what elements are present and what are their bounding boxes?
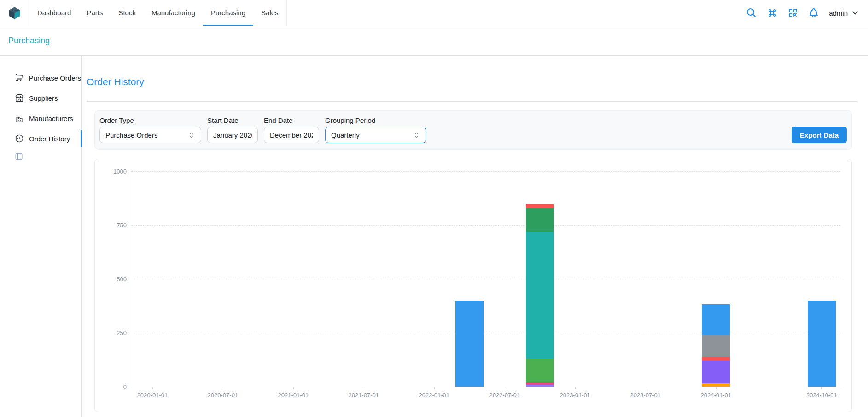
bar-segment bbox=[702, 335, 730, 357]
order-type-label: Order Type bbox=[99, 116, 201, 124]
bar-segment bbox=[702, 357, 730, 361]
bar-segment bbox=[526, 204, 554, 208]
start-date-input[interactable] bbox=[207, 127, 258, 143]
end-date-field: End Date bbox=[264, 116, 319, 143]
export-data-button[interactable]: Export Data bbox=[792, 127, 847, 143]
tab-purchasing[interactable]: Purchasing bbox=[203, 0, 253, 26]
sidebar: Purchase Orders Suppliers Manufacturers … bbox=[0, 56, 82, 417]
bar-segment bbox=[702, 383, 730, 387]
sidebar-item-label: Order History bbox=[29, 135, 70, 143]
tab-parts[interactable]: Parts bbox=[79, 0, 111, 26]
sidebar-item-label: Manufacturers bbox=[29, 115, 73, 122]
order-type-field: Order Type Purchase Orders bbox=[99, 116, 201, 143]
grouping-period-label: Grouping Period bbox=[325, 116, 426, 124]
sidebar-item-manufacturers[interactable]: Manufacturers bbox=[0, 108, 81, 128]
sidebar-item-purchase-orders[interactable]: Purchase Orders bbox=[0, 68, 81, 88]
x-axis-tick-label: 2021-01-01 bbox=[278, 392, 309, 399]
chart-gridline bbox=[131, 279, 840, 279]
tab-stock[interactable]: Stock bbox=[111, 0, 144, 26]
content-area: Purchase Orders Suppliers Manufacturers … bbox=[0, 56, 868, 417]
sidebar-item-label: Suppliers bbox=[29, 94, 58, 102]
top-navbar: Dashboard Parts Stock Manufacturing Purc… bbox=[0, 0, 868, 26]
bar-segment bbox=[526, 359, 554, 382]
bar-segment bbox=[526, 208, 554, 232]
breadcrumb-purchasing[interactable]: Purchasing bbox=[8, 36, 50, 46]
chevron-down-icon bbox=[851, 8, 860, 17]
x-axis-tick-mark bbox=[364, 387, 364, 389]
sidebar-item-label: Purchase Orders bbox=[29, 74, 81, 82]
bar-segment bbox=[702, 304, 730, 335]
page-title: Order History bbox=[87, 76, 857, 87]
x-axis-tick-mark bbox=[716, 387, 717, 389]
chart-gridline bbox=[131, 171, 840, 172]
bell-icon[interactable] bbox=[808, 7, 819, 18]
history-icon bbox=[15, 134, 24, 143]
bar-segment bbox=[702, 361, 730, 383]
breadcrumb-bar: Purchasing bbox=[0, 26, 868, 56]
x-axis-tick-label: 2022-07-01 bbox=[489, 392, 520, 399]
y-axis-tick-label: 750 bbox=[117, 222, 127, 229]
search-icon[interactable] bbox=[746, 7, 757, 18]
tab-dashboard[interactable]: Dashboard bbox=[29, 0, 79, 26]
x-axis-tick-mark bbox=[821, 387, 822, 389]
chart-bar-2024-10-01[interactable] bbox=[808, 301, 836, 387]
x-axis-tick-mark bbox=[575, 387, 576, 389]
sidebar-item-suppliers[interactable]: Suppliers bbox=[0, 88, 81, 108]
navbar-divider bbox=[286, 0, 287, 26]
grouping-period-select[interactable]: Quarterly bbox=[325, 127, 426, 143]
y-axis-tick-label: 0 bbox=[123, 383, 127, 390]
y-axis-tick-label: 500 bbox=[117, 276, 127, 283]
x-axis-tick-mark bbox=[505, 387, 505, 389]
chart-bar-2022-10-01[interactable] bbox=[526, 204, 554, 387]
grouping-period-field: Grouping Period Quarterly bbox=[325, 116, 426, 143]
sidebar-item-order-history[interactable]: Order History bbox=[0, 128, 81, 149]
x-axis-tick-mark bbox=[293, 387, 294, 389]
x-axis-tick-label: 2023-07-01 bbox=[630, 392, 661, 399]
x-axis-tick-mark bbox=[646, 387, 646, 389]
y-axis-tick-label: 250 bbox=[117, 330, 127, 336]
grouping-period-value: Quarterly bbox=[331, 131, 360, 139]
filter-panel: Order Type Purchase Orders Start Date En… bbox=[94, 110, 852, 150]
x-axis-tick-label: 2023-01-01 bbox=[560, 392, 591, 399]
end-date-input[interactable] bbox=[264, 127, 319, 143]
bar-segment bbox=[526, 385, 554, 387]
main-panel: Order History Order Type Purchase Orders… bbox=[82, 56, 868, 417]
chart-bar-2022-04-01[interactable] bbox=[455, 301, 484, 387]
qr-scan-icon[interactable] bbox=[787, 7, 798, 18]
chart-gridline bbox=[131, 225, 840, 226]
user-menu[interactable]: admin bbox=[829, 8, 860, 17]
username-label: admin bbox=[829, 9, 848, 17]
start-date-field: Start Date bbox=[207, 116, 258, 143]
bar-segment bbox=[526, 232, 554, 359]
x-axis-tick-label: 2024-01-01 bbox=[700, 392, 731, 399]
y-axis-tick-label: 1000 bbox=[113, 168, 127, 175]
end-date-label: End Date bbox=[264, 116, 319, 124]
command-icon[interactable] bbox=[767, 7, 778, 18]
app-logo-icon[interactable] bbox=[7, 6, 22, 20]
x-axis-tick-label: 2020-07-01 bbox=[208, 392, 239, 399]
shopping-cart-icon bbox=[15, 73, 24, 82]
building-store-icon bbox=[15, 93, 24, 103]
chart-bar-2024-01-01[interactable] bbox=[702, 304, 730, 387]
x-axis-tick-label: 2020-01-01 bbox=[137, 392, 168, 399]
tab-sales[interactable]: Sales bbox=[253, 0, 286, 26]
selector-icon bbox=[413, 131, 420, 139]
chart-card: 025050075010002020-01-012020-07-012021-0… bbox=[94, 159, 852, 412]
order-type-select[interactable]: Purchase Orders bbox=[99, 127, 201, 143]
main-nav-tabs: Dashboard Parts Stock Manufacturing Purc… bbox=[29, 0, 286, 26]
x-axis-tick-label: 2021-07-01 bbox=[349, 392, 379, 399]
factory-icon bbox=[15, 114, 24, 123]
x-axis-tick-label: 2024-10-01 bbox=[806, 392, 837, 399]
bar-segment bbox=[808, 301, 836, 387]
chart-gridline bbox=[131, 333, 840, 333]
sidebar-collapse-icon[interactable] bbox=[15, 152, 23, 161]
navbar-actions: admin bbox=[746, 7, 860, 18]
selector-icon bbox=[187, 131, 195, 139]
x-axis-tick-mark bbox=[434, 387, 435, 389]
tab-manufacturing[interactable]: Manufacturing bbox=[144, 0, 203, 26]
order-type-value: Purchase Orders bbox=[105, 131, 157, 139]
x-axis-tick-label: 2022-01-01 bbox=[419, 392, 450, 399]
x-axis-tick-mark bbox=[152, 387, 153, 389]
start-date-label: Start Date bbox=[207, 116, 258, 124]
bar-segment bbox=[455, 301, 484, 387]
